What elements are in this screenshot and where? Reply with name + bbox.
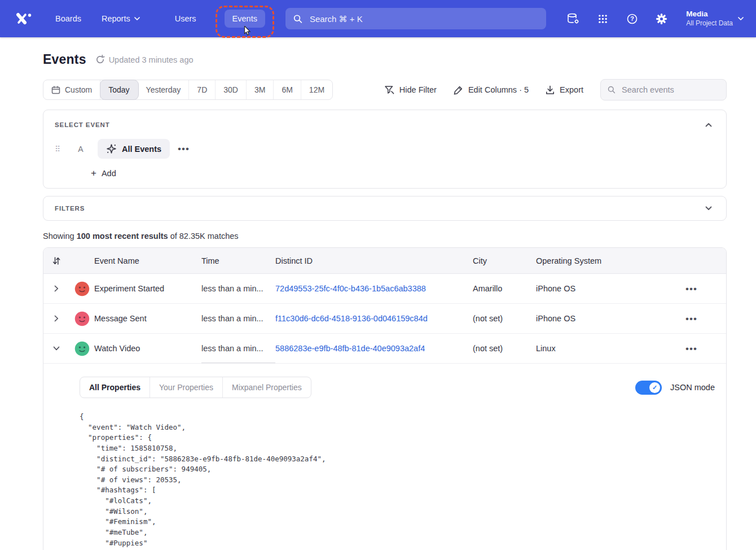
- export-label: Export: [560, 85, 583, 94]
- time-cell: less than a min...: [201, 334, 275, 363]
- add-event-label: Add: [102, 169, 116, 178]
- date-range-label: 6M: [282, 85, 292, 94]
- event-detail-panel: All Properties Your Properties Mixpanel …: [43, 364, 726, 550]
- date-range-label: Today: [108, 85, 129, 94]
- global-search[interactable]: [285, 8, 546, 29]
- distinct-id-link[interactable]: 5886283e-e9fb-48fb-81de-40e9093a2af4: [275, 344, 425, 353]
- collapse-section-button[interactable]: [702, 119, 715, 131]
- table-row[interactable]: Message Sent less than a min... f11c30d6…: [43, 304, 726, 334]
- nav-item-boards[interactable]: Boards: [47, 10, 89, 28]
- event-name-cell: Watch Video: [94, 344, 201, 353]
- search-events-field[interactable]: [600, 79, 727, 101]
- top-navbar: Boards Reports Users Events: [0, 0, 756, 37]
- chevron-up-icon: [705, 123, 712, 127]
- refresh-button[interactable]: [95, 55, 105, 64]
- export-button[interactable]: Export: [546, 85, 583, 95]
- expand-filters-button[interactable]: [702, 202, 715, 215]
- event-sparkle-icon: [106, 143, 117, 154]
- date-range-3m[interactable]: 3M: [247, 80, 274, 99]
- results-prefix: Showing: [43, 232, 77, 241]
- tab-all-properties[interactable]: All Properties: [80, 377, 150, 398]
- os-cell: Linux: [536, 344, 657, 353]
- date-range-label: 12M: [309, 85, 324, 94]
- help-icon: ?: [627, 14, 638, 24]
- date-range-12m[interactable]: 12M: [301, 80, 332, 99]
- mixpanel-logo[interactable]: [12, 7, 35, 30]
- events-table: Event Name Time Distinct ID City Operati…: [43, 247, 727, 550]
- edit-columns-button[interactable]: Edit Columns · 5: [454, 85, 529, 95]
- sort-icon[interactable]: [52, 256, 60, 265]
- gear-icon: [656, 13, 667, 25]
- project-subtitle: All Project Data: [686, 19, 733, 28]
- expand-row-button[interactable]: [50, 312, 63, 325]
- results-summary: Showing 100 most recent results of 82.35…: [43, 232, 727, 241]
- help-button[interactable]: ?: [622, 8, 642, 29]
- filter-funnel-icon: [384, 85, 394, 95]
- date-range-selector: Custom Today Yesterday 7D 30D 3M 6M 12M: [43, 80, 333, 100]
- event-selector-chip[interactable]: All Events: [98, 139, 170, 159]
- row-more-button[interactable]: •••: [685, 314, 697, 324]
- nav-right-icons: ? Media All Project Data: [563, 8, 746, 29]
- settings-button[interactable]: [651, 8, 671, 29]
- event-avatar: [74, 311, 90, 326]
- expand-row-button[interactable]: [50, 282, 63, 295]
- hide-filter-button[interactable]: Hide Filter: [384, 85, 437, 95]
- grid-icon: [598, 14, 608, 24]
- filters-card[interactable]: FILTERS: [43, 196, 727, 221]
- date-range-label: 3M: [254, 85, 265, 94]
- date-range-label: 30D: [223, 85, 238, 94]
- event-name-cell: Experiment Started: [94, 284, 201, 293]
- distinct-id-link[interactable]: 72d49553-25fc-4f0c-b436-1b5ac6ab3388: [275, 284, 426, 293]
- date-range-7d[interactable]: 7D: [189, 80, 216, 99]
- chevron-down-icon: [738, 17, 744, 21]
- select-event-heading: SELECT EVENT: [55, 121, 110, 128]
- updated-timestamp: Updated 3 minutes ago: [109, 55, 194, 64]
- json-mode-label: JSON mode: [670, 383, 715, 392]
- calendar-icon: [51, 86, 60, 94]
- nav-item-reports[interactable]: Reports: [94, 10, 148, 28]
- apps-grid-button[interactable]: [592, 8, 613, 29]
- plus-icon: +: [91, 168, 96, 178]
- header-operating-system[interactable]: Operating System: [536, 256, 657, 265]
- json-mode-toggle[interactable]: ✓: [635, 381, 662, 395]
- project-name: Media: [686, 10, 733, 19]
- results-count: 100 most recent results: [77, 232, 168, 241]
- hide-filter-label: Hide Filter: [399, 85, 437, 94]
- add-event-button[interactable]: + Add: [91, 168, 715, 178]
- header-time[interactable]: Time: [201, 256, 275, 265]
- os-cell: iPhone OS: [536, 314, 657, 323]
- event-avatar: [74, 281, 90, 296]
- nav-item-events[interactable]: Events: [225, 10, 265, 28]
- data-management-button[interactable]: [563, 8, 583, 29]
- event-avatar: [74, 341, 90, 356]
- global-search-input[interactable]: [309, 14, 538, 24]
- table-row[interactable]: Experiment Started less than a min... 72…: [43, 274, 726, 304]
- distinct-id-link[interactable]: f11c30d6-dc6d-4518-9136-0d046159c84d: [275, 314, 428, 323]
- chevron-down-icon: [134, 17, 140, 21]
- tab-your-properties[interactable]: Your Properties: [150, 377, 223, 398]
- event-chip-label: All Events: [122, 145, 161, 154]
- date-range-today[interactable]: Today: [100, 80, 138, 99]
- header-distinct-id[interactable]: Distinct ID: [275, 256, 473, 265]
- tab-mixpanel-properties[interactable]: Mixpanel Properties: [223, 377, 311, 398]
- row-more-button[interactable]: •••: [685, 284, 697, 294]
- pencil-icon: [454, 85, 463, 95]
- search-events-input[interactable]: [621, 85, 719, 95]
- table-row-expanded[interactable]: Watch Video less than a min... 5886283e-…: [43, 334, 726, 364]
- row-more-button[interactable]: •••: [685, 344, 697, 353]
- collapse-row-button[interactable]: [50, 342, 63, 355]
- nav-item-label: Events: [232, 14, 257, 23]
- date-range-30d[interactable]: 30D: [216, 80, 247, 99]
- event-row-more-button[interactable]: •••: [178, 144, 190, 154]
- results-suffix: of 82.35K matches: [168, 232, 239, 241]
- header-event-name[interactable]: Event Name: [94, 256, 201, 265]
- project-selector[interactable]: Media All Project Data: [686, 10, 746, 28]
- city-cell: Amarillo: [473, 284, 536, 293]
- date-range-custom[interactable]: Custom: [43, 80, 100, 99]
- date-range-6m[interactable]: 6M: [274, 80, 301, 99]
- download-icon: [546, 85, 555, 95]
- nav-item-users[interactable]: Users: [167, 10, 204, 28]
- header-city[interactable]: City: [473, 256, 536, 265]
- date-range-yesterday[interactable]: Yesterday: [138, 80, 190, 99]
- drag-handle-icon[interactable]: ⠿: [55, 145, 68, 154]
